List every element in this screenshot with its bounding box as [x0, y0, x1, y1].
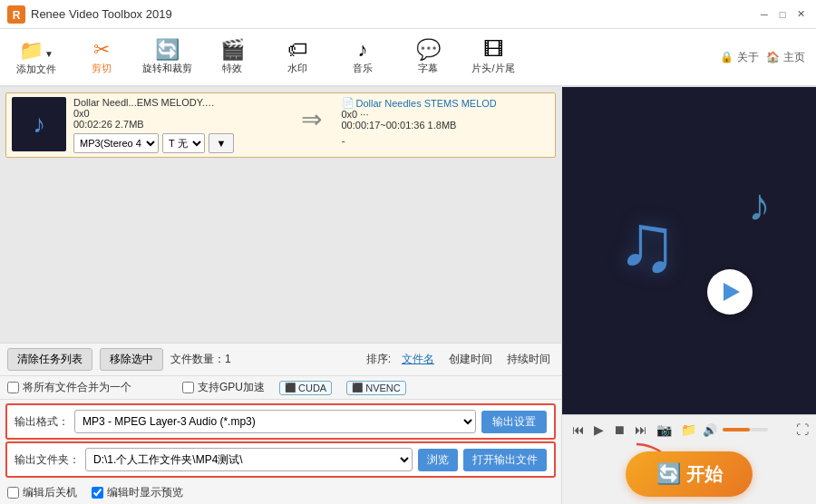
toolbar-cut[interactable]: ✂ 剪切	[69, 30, 134, 84]
toolbar-right-actions: 🔒 关于 🏠 主页	[720, 50, 812, 65]
bottom-controls: 清除任务列表 移除选中 文件数量：1 排序: 文件名 创建时间 持续时间 将所有…	[0, 343, 561, 504]
source-dims: 0x0	[73, 108, 282, 119]
home-button[interactable]: 🏠 主页	[766, 50, 805, 65]
folder-row: 输出文件夹： D:\1.个人工作文件夹\MP4测试\ 浏览 打开输出文件	[5, 441, 556, 478]
gpu-checkbox-label[interactable]: 支持GPU加速	[182, 380, 265, 395]
add-file-icon: 📁	[19, 39, 44, 63]
preview-checkbox[interactable]	[92, 487, 103, 499]
preview-checkbox-label[interactable]: 编辑时显示预览	[92, 485, 183, 500]
cut-label: 剪切	[92, 62, 112, 75]
lock-icon: 🔒	[720, 51, 733, 63]
merge-checkbox-label[interactable]: 将所有文件合并为一个	[7, 380, 131, 395]
about-button[interactable]: 🔒 关于	[720, 50, 759, 65]
rotate-icon: 🔄	[155, 40, 180, 60]
clear-tasklist-button[interactable]: 清除任务列表	[7, 348, 92, 371]
open-folder-button[interactable]: 📁	[678, 421, 699, 439]
format-select[interactable]: MP3 - MPEG Layer-3 Audio (*.mp3)	[74, 410, 476, 433]
subtitle-icon: 💬	[416, 40, 441, 60]
app-title: Renee Video Toolbox 2019	[31, 7, 756, 21]
source-filename: Dollar Needl...EMS MELODY.mp3	[73, 97, 219, 108]
merge-checkbox[interactable]	[7, 382, 19, 393]
file-controls: MP3(Stereo 4 T 无 ▼	[73, 133, 282, 153]
controls-row-actions: 清除任务列表 移除选中 文件数量：1 排序: 文件名 创建时间 持续时间	[0, 344, 561, 376]
source-duration: 00:02:26 2.7MB	[73, 119, 282, 130]
folder-label: 输出文件夹：	[15, 452, 80, 468]
sort-duration-button[interactable]: 持续时间	[503, 352, 554, 367]
svg-text:R: R	[13, 9, 21, 22]
refresh-icon: 🔄	[656, 462, 681, 486]
preview-area: ♫ ♪	[562, 87, 816, 414]
output-duration: 00:00:17~00:01:36 1.8MB	[342, 120, 550, 131]
app-logo: R	[7, 5, 25, 24]
merge-label: 将所有文件合并为一个	[23, 380, 131, 395]
about-label: 关于	[737, 50, 759, 65]
volume-slider[interactable]	[723, 428, 768, 431]
nvenc-label: NVENC	[365, 383, 401, 393]
format-label: 输出格式：	[15, 414, 69, 430]
maximize-button[interactable]: □	[774, 6, 791, 23]
music-visual: ♫ ♪	[598, 170, 780, 333]
main-toolbar: 📁 ▼ 添加文件 ✂ 剪切 🔄 旋转和裁剪 🎬 特效 🏷 水印 ♪ 音乐 💬 字…	[0, 29, 816, 87]
home-label: 主页	[783, 50, 805, 65]
right-column: ♫ ♪ ⏮ ▶ ⏹ ⏭ 📷 📁 🔊 ⛶	[562, 87, 816, 504]
browse-button[interactable]: 浏览	[418, 449, 458, 471]
toolbar-music[interactable]: ♪ 音乐	[330, 30, 395, 84]
sort-created-button[interactable]: 创建时间	[445, 352, 496, 367]
subtitle-dropdown-btn[interactable]: ▼	[209, 133, 234, 153]
toolbar-watermark[interactable]: 🏷 水印	[265, 30, 330, 84]
watermark-icon: 🏷	[287, 40, 307, 60]
music-label: 音乐	[353, 62, 373, 75]
close-button[interactable]: ✕	[792, 6, 809, 23]
output-file-icon: 📄	[342, 97, 355, 109]
output-settings-button[interactable]: 输出设置	[481, 411, 547, 433]
prev-button[interactable]: ⏮	[569, 421, 588, 439]
add-file-dropdown-icon: ▼	[44, 49, 53, 59]
fullscreen-button[interactable]: ⛶	[796, 422, 809, 437]
preview-play-button[interactable]	[707, 269, 753, 315]
volume-fill	[723, 428, 750, 431]
toolbar-rotate[interactable]: 🔄 旋转和裁剪	[134, 30, 199, 84]
volume-icon: 🔊	[703, 423, 717, 437]
left-panel: ♪ Dollar Needl...EMS MELODY.mp3 0x0 00:0…	[0, 87, 562, 504]
watermark-label: 水印	[287, 62, 307, 75]
minimize-button[interactable]: ─	[756, 6, 772, 23]
effects-icon: 🎬	[220, 40, 245, 60]
gpu-checkbox[interactable]	[182, 382, 194, 393]
effects-label: 特效	[222, 62, 242, 75]
shutdown-label: 编辑后关机	[23, 485, 77, 500]
shutdown-checkbox[interactable]	[7, 487, 19, 499]
start-button-area: 🔄 开始	[562, 444, 816, 504]
toolbar-subtitle[interactable]: 💬 字幕	[395, 30, 461, 84]
file-row: ♪ Dollar Needl...EMS MELODY.mp3 0x0 00:0…	[5, 92, 556, 158]
stop-button[interactable]: ⏹	[610, 421, 628, 439]
output-dash: -	[342, 134, 345, 148]
shutdown-checkbox-label[interactable]: 编辑后关机	[7, 485, 77, 500]
screenshot-button[interactable]: 📷	[654, 421, 675, 439]
start-label: 开始	[686, 462, 723, 487]
music-note-large: ♫	[617, 197, 678, 290]
clip-icon: 🎞	[483, 40, 503, 60]
gpu-label: 支持GPU加速	[198, 380, 265, 395]
toolbar-clip[interactable]: 🎞 片头/片尾	[461, 30, 526, 84]
play-button[interactable]: ▶	[591, 421, 607, 439]
file-list-area: ♪ Dollar Needl...EMS MELODY.mp3 0x0 00:0…	[0, 87, 561, 343]
nvenc-badge: ⬛ NVENC	[346, 381, 406, 395]
music-note-small: ♪	[748, 179, 771, 231]
sort-filename-button[interactable]: 文件名	[398, 352, 438, 367]
toolbar-effects[interactable]: 🎬 特效	[199, 30, 265, 84]
play-triangle-icon	[724, 283, 740, 301]
format-row: 输出格式： MP3 - MPEG Layer-3 Audio (*.mp3) 输…	[5, 403, 556, 440]
open-output-button[interactable]: 打开输出文件	[463, 449, 547, 471]
cuda-label: CUDA	[298, 383, 326, 393]
folder-select[interactable]: D:\1.个人工作文件夹\MP4测试\	[85, 448, 413, 471]
nvenc-logo: ⬛	[352, 383, 363, 393]
subtitle-select[interactable]: T 无	[162, 133, 205, 153]
file-info-source: Dollar Needl...EMS MELODY.mp3 0x0 00:02:…	[73, 97, 282, 153]
cuda-badge: ⬛ CUDA	[279, 381, 332, 395]
remove-selected-button[interactable]: 移除选中	[100, 348, 163, 371]
next-button[interactable]: ⏭	[632, 421, 650, 439]
toolbar-add-file[interactable]: 📁 ▼ 添加文件	[4, 30, 69, 84]
right-arrow-icon: ⇒	[301, 104, 322, 134]
audio-format-select[interactable]: MP3(Stereo 4	[73, 133, 159, 153]
start-button[interactable]: 🔄 开始	[626, 451, 753, 497]
